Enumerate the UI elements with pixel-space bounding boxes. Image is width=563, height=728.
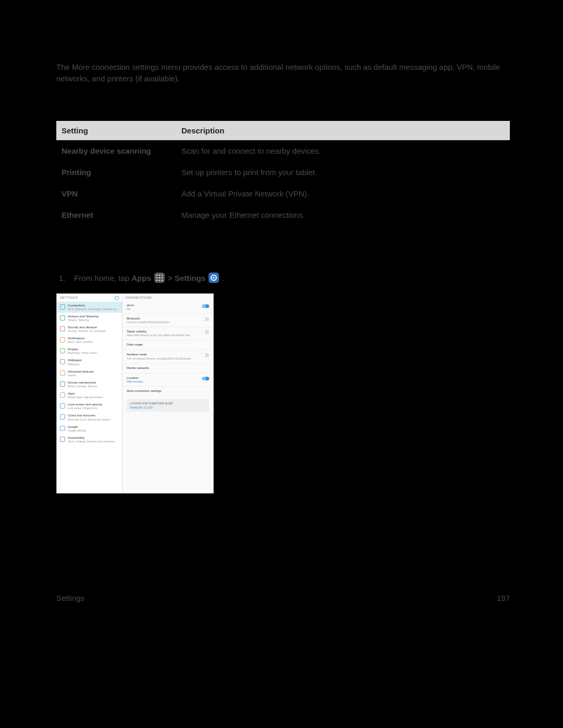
step-settings-label: Settings [175,274,205,282]
item-title: Advanced features [68,370,94,374]
step-text-pre: From home, tap [74,274,131,282]
step-text-end: . [223,274,225,282]
item-title: Device maintenance [68,381,97,385]
item-subtitle: Battery, Storage, Memory [68,385,97,388]
connection-row: Mobile networks [123,364,213,374]
step-1: 1. From home, tap Apps > Settings . [56,273,510,283]
sidebar-item: GoogleGoogle settings [57,423,122,434]
connection-row: LocationHigh accuracy [123,374,213,387]
row-title: Mobile networks [127,366,149,370]
item-subtitle: Default apps, App permissions [68,396,103,399]
setting-desc: Add a Virtual Private Network (VPN). [176,183,510,204]
svg-point-10 [213,277,215,279]
settings-gear-icon [209,273,219,283]
sidebar-item: Hotspot and TetheringHotspot, Tethering [57,313,122,324]
item-subtitle: Block, allow, prioritize [68,340,93,343]
row-title: Bluetooth [127,317,170,320]
svg-point-5 [162,277,163,278]
promo-title: LOOKING FOR SOMETHING ELSE? [130,402,206,405]
item-subtitle: Brightness, Home screen [68,351,97,354]
item-subtitle: Google settings [68,429,86,432]
table-row: Printing Set up printers to print from y… [56,162,510,183]
svg-point-7 [159,279,161,281]
category-icon [60,337,65,342]
sidebar-item: ConnectionsWi-Fi, Bluetooth, Data usage,… [57,302,122,313]
setting-desc: Set up printers to print from your table… [176,162,510,183]
item-title: Cloud and accounts [68,414,111,417]
step-sep: > [168,274,175,282]
footer-section: Settings [56,594,84,602]
category-icon [60,348,65,353]
step-number: 1. [59,274,72,282]
row-title: Data usage [127,343,143,347]
col-header-setting: Setting [56,121,176,140]
row-status: High accuracy [127,380,143,383]
item-title: Display [68,348,97,351]
setting-name: Nearby device scanning [56,140,176,162]
item-subtitle: Hotspot, Tethering [68,318,99,322]
category-icon [60,371,65,376]
promo-link: SAMSUNG CLOUD [130,406,206,409]
category-icon [60,392,65,398]
item-title: Notifications [68,337,93,340]
connection-row: Data usage [123,340,213,350]
svg-point-3 [156,277,158,278]
sidebar-item: AccessibilityVision, Hearing, Dexterity … [57,434,122,445]
svg-point-6 [156,279,158,281]
search-icon [115,296,119,300]
row-subtitle: Turn off network features, including Wi-… [127,357,192,360]
category-icon [60,426,65,431]
setting-name: VPN [56,183,176,204]
toggle-switch [202,304,209,308]
apps-grid-icon [154,273,165,283]
sidebar-item: Sounds and vibrationSounds, Vibration, D… [57,324,122,335]
sidebar-item: Advanced featuresGames [57,368,122,379]
row-title: More connection settings [127,389,162,393]
settings-screenshot: SETTINGS ConnectionsWi-Fi, Bluetooth, Da… [56,293,214,493]
row-title: Wi-Fi [127,304,134,307]
footer-page-number: 197 [497,594,510,602]
sidebar-item: Lock screen and securityLock screen, Fin… [57,401,122,412]
sidebar-item: Cloud and accountsSamsung Cloud, Backup … [57,412,122,423]
toggle-switch [202,377,209,380]
table-row: Nearby device scanning Scan for and conn… [56,140,510,162]
item-title: Accessibility [68,436,115,440]
item-subtitle: Wi-Fi, Bluetooth, Data usage, Airplane m… [68,307,118,311]
svg-point-8 [162,279,163,281]
row-subtitle: Connect to nearby Bluetooth devices. [127,320,170,324]
item-title: Google [68,425,86,429]
toggle-switch [202,330,209,334]
left-pane-header: SETTINGS [60,296,78,300]
table-header-row: Setting Description [56,121,510,140]
promo-box: LOOKING FOR SOMETHING ELSE? SAMSUNG CLOU… [127,399,209,412]
setting-name: Ethernet [56,204,176,226]
row-title: Airplane mode [127,353,192,356]
item-title: Apps [68,392,103,396]
setting-name: Printing [56,162,176,183]
item-subtitle: Wallpaper [68,363,82,366]
item-title: Connections [68,304,118,307]
item-subtitle: Vision, Hearing, Dexterity and interacti… [68,440,115,443]
right-pane-header: CONNECTIONS [126,296,152,300]
toggle-switch [202,317,209,321]
category-icon [60,381,65,387]
sidebar-item: Device maintenanceBattery, Storage, Memo… [57,379,122,390]
svg-point-1 [159,274,161,276]
table-row: VPN Add a Virtual Private Network (VPN). [56,183,510,204]
category-icon [60,437,65,442]
page-footer: Settings 197 [56,594,510,602]
toggle-switch [202,353,209,357]
connection-row: Wi-FiOn [123,301,213,314]
col-header-description: Description [176,121,510,140]
item-title: Hotspot and Tethering [68,315,99,318]
item-title: Sounds and vibration [68,326,106,329]
svg-point-4 [159,277,161,278]
category-icon [60,403,65,409]
setting-desc: Scan for and connect to nearby devices. [176,140,510,162]
row-title: Location [127,376,143,380]
item-title: Lock screen and security [68,403,102,406]
item-subtitle: Sounds, Vibration, Do not disturb [68,329,106,332]
row-subtitle: Allow other devices to find your tablet … [127,334,191,337]
setting-desc: Manage your Ethernet connections. [176,204,510,226]
category-icon [60,359,65,364]
